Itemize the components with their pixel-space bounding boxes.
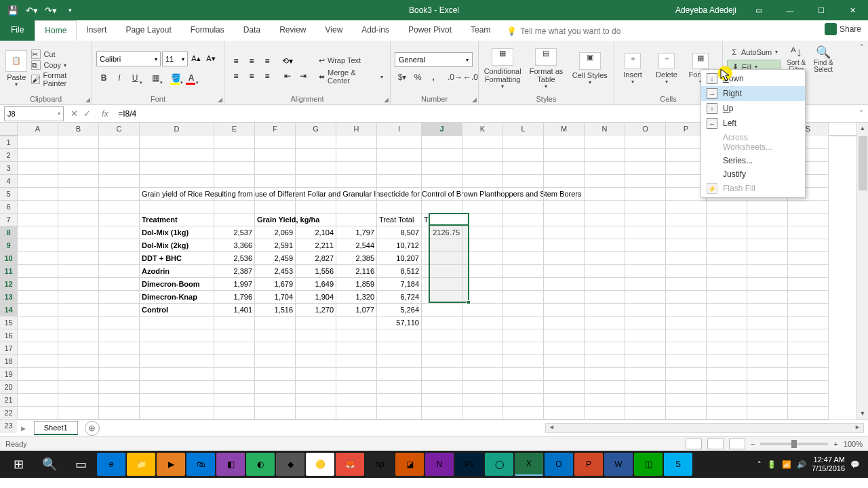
taskbar-app3-icon[interactable]: ◆ bbox=[276, 453, 304, 476]
row-header-21[interactable]: 21 bbox=[0, 394, 17, 407]
cell[interactable] bbox=[585, 188, 625, 201]
cell[interactable] bbox=[140, 407, 214, 420]
cell[interactable] bbox=[625, 342, 666, 355]
cell[interactable] bbox=[422, 201, 462, 214]
cell[interactable] bbox=[544, 381, 585, 394]
cell[interactable] bbox=[788, 239, 829, 252]
cell[interactable] bbox=[377, 381, 422, 394]
view-normal-icon[interactable] bbox=[686, 439, 702, 449]
cell[interactable] bbox=[255, 317, 296, 329]
cell[interactable] bbox=[788, 407, 829, 420]
increase-font-icon[interactable]: A▴ bbox=[189, 52, 203, 65]
qat-customize-icon[interactable]: ▾ bbox=[62, 3, 77, 18]
column-header-A[interactable]: A bbox=[18, 123, 58, 136]
cell[interactable] bbox=[707, 394, 747, 407]
cell[interactable] bbox=[296, 149, 336, 162]
cell[interactable] bbox=[255, 136, 296, 149]
cell[interactable] bbox=[747, 381, 788, 394]
user-name[interactable]: Adeyeba Adedeji bbox=[669, 5, 743, 15]
cell[interactable] bbox=[99, 239, 140, 252]
cell[interactable] bbox=[214, 407, 255, 420]
cell[interactable]: 8,512 bbox=[377, 265, 422, 278]
row-header-22[interactable]: 22 bbox=[0, 407, 17, 420]
cell[interactable] bbox=[214, 355, 255, 368]
cell[interactable]: Dol-Mix (2kg) bbox=[140, 239, 214, 252]
cell[interactable] bbox=[18, 355, 58, 368]
cell[interactable] bbox=[140, 368, 214, 381]
cell[interactable] bbox=[462, 355, 503, 368]
cell[interactable] bbox=[422, 368, 462, 381]
start-button[interactable]: ⊞ bbox=[3, 451, 34, 478]
taskbar-app4-icon[interactable]: ◪ bbox=[395, 453, 424, 476]
cell[interactable] bbox=[377, 407, 422, 420]
cell[interactable] bbox=[585, 201, 625, 214]
cell[interactable] bbox=[140, 317, 214, 329]
cell[interactable] bbox=[788, 329, 829, 342]
minimize-icon[interactable]: — bbox=[774, 0, 806, 20]
cell[interactable] bbox=[788, 201, 829, 214]
cell[interactable] bbox=[503, 239, 544, 252]
cell[interactable] bbox=[296, 381, 336, 394]
fx-icon[interactable]: fx bbox=[102, 108, 108, 119]
cell[interactable]: DDT + BHC bbox=[140, 252, 214, 265]
cell[interactable] bbox=[18, 239, 58, 252]
cell[interactable]: 2,459 bbox=[255, 252, 296, 265]
cell[interactable] bbox=[544, 368, 585, 381]
row-header-15[interactable]: 15 bbox=[0, 317, 17, 329]
cell[interactable] bbox=[707, 381, 747, 394]
taskbar-word-icon[interactable]: W bbox=[604, 453, 633, 476]
cell[interactable]: 7,184 bbox=[377, 278, 422, 291]
row-header-19[interactable]: 19 bbox=[0, 368, 17, 381]
cell[interactable] bbox=[377, 201, 422, 214]
cell[interactable]: 1,649 bbox=[296, 278, 336, 291]
cell[interactable] bbox=[788, 265, 829, 278]
cell[interactable] bbox=[544, 162, 585, 175]
cell[interactable] bbox=[503, 291, 544, 304]
cell[interactable] bbox=[747, 214, 788, 226]
cell[interactable] bbox=[625, 149, 666, 162]
taskbar-app6-icon[interactable]: ◫ bbox=[634, 453, 663, 476]
cell[interactable] bbox=[18, 149, 58, 162]
cell[interactable]: 2,211 bbox=[296, 239, 336, 252]
cell[interactable] bbox=[99, 291, 140, 304]
cell[interactable] bbox=[747, 368, 788, 381]
column-header-K[interactable]: K bbox=[462, 123, 503, 136]
align-bottom-icon[interactable]: ≡ bbox=[260, 54, 275, 68]
cell[interactable] bbox=[585, 226, 625, 239]
sheet-tab-sheet1[interactable]: Sheet1 bbox=[34, 421, 78, 435]
cell[interactable] bbox=[58, 317, 99, 329]
row-header-17[interactable]: 17 bbox=[0, 342, 17, 355]
cell[interactable] bbox=[625, 317, 666, 329]
cell[interactable] bbox=[336, 317, 377, 329]
cell[interactable] bbox=[544, 175, 585, 188]
cell[interactable] bbox=[707, 278, 747, 291]
cell[interactable] bbox=[462, 226, 503, 239]
cell[interactable] bbox=[99, 304, 140, 317]
cell[interactable] bbox=[788, 252, 829, 265]
column-header-G[interactable]: G bbox=[296, 123, 336, 136]
cell[interactable] bbox=[422, 304, 462, 317]
cell[interactable] bbox=[336, 381, 377, 394]
cell[interactable]: 1,859 bbox=[336, 278, 377, 291]
column-header-F[interactable]: F bbox=[255, 123, 296, 136]
cell[interactable] bbox=[422, 355, 462, 368]
cell[interactable]: 2,536 bbox=[214, 252, 255, 265]
taskbar-edge-icon[interactable]: e bbox=[97, 453, 125, 476]
row-header-1[interactable]: 1 bbox=[0, 136, 17, 149]
cell[interactable] bbox=[707, 329, 747, 342]
increase-decimal-icon[interactable]: .0→ bbox=[448, 70, 462, 85]
cell[interactable] bbox=[255, 368, 296, 381]
cell[interactable] bbox=[336, 329, 377, 342]
cell[interactable] bbox=[18, 329, 58, 342]
align-left-icon[interactable]: ≡ bbox=[229, 69, 243, 83]
cell[interactable]: 2,591 bbox=[255, 239, 296, 252]
cell[interactable] bbox=[336, 355, 377, 368]
cell[interactable] bbox=[99, 368, 140, 381]
cell[interactable] bbox=[747, 355, 788, 368]
column-header-I[interactable]: I bbox=[377, 123, 422, 136]
cell[interactable] bbox=[18, 136, 58, 149]
cell[interactable] bbox=[140, 355, 214, 368]
cell[interactable] bbox=[503, 226, 544, 239]
cell[interactable] bbox=[625, 226, 666, 239]
cell[interactable] bbox=[58, 252, 99, 265]
